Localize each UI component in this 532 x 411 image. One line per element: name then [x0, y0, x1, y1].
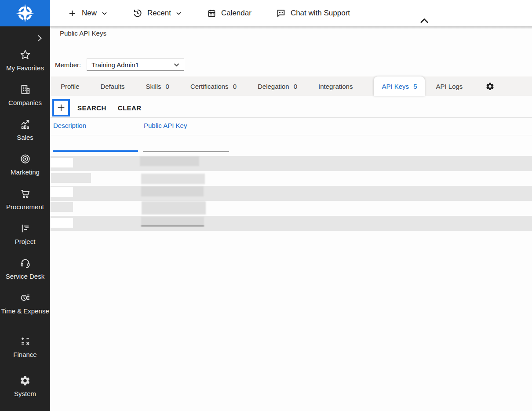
- sidebar-item-label: Service Desk: [6, 272, 44, 281]
- recent-menu-button[interactable]: Recent: [133, 8, 182, 18]
- new-menu-button[interactable]: New: [68, 9, 108, 18]
- sidebar-item-label: System: [14, 389, 36, 398]
- tab-count: 0: [233, 83, 237, 90]
- sidebar-item-label: Finance: [13, 350, 36, 359]
- menu-label: Chat with Support: [291, 9, 350, 18]
- sidebar-item-service-desk[interactable]: Service Desk: [0, 257, 50, 291]
- target-icon: [19, 153, 31, 165]
- sidebar-item-time-expense[interactable]: Time & Expense: [0, 291, 50, 335]
- chevron-down-icon: [173, 61, 180, 69]
- tab-count: 0: [294, 83, 297, 90]
- chevron-up-icon[interactable]: [419, 17, 430, 25]
- tab-defaults[interactable]: Defaults: [101, 83, 125, 90]
- sidebar-item-marketing[interactable]: Marketing: [0, 153, 50, 187]
- cart-icon: [19, 188, 31, 200]
- sidebar-item-project[interactable]: Project: [0, 222, 50, 257]
- gear-icon[interactable]: [485, 82, 495, 91]
- member-select[interactable]: Training Admin1: [87, 58, 184, 71]
- column-header-public-api-key[interactable]: Public API Key: [144, 122, 187, 129]
- chat-with-support-button[interactable]: Chat with Support: [276, 8, 350, 18]
- chevron-down-icon: [175, 10, 182, 17]
- sidebar-item-my-favorites[interactable]: My Favorites: [0, 48, 50, 83]
- compass-icon: [15, 3, 35, 23]
- top-bar: New Recent: [0, 0, 532, 26]
- tab-label: API Keys: [382, 83, 409, 90]
- calendar-icon: [207, 9, 216, 18]
- gear-icon: [19, 375, 31, 386]
- member-row: Member: Training Admin1: [55, 58, 184, 71]
- column-header-description[interactable]: Description: [53, 122, 86, 129]
- tab-bar: Profile Defaults Skills0 Certifications0…: [50, 76, 532, 96]
- tab-label: Certifications: [190, 83, 229, 90]
- buildings-icon: [19, 84, 31, 95]
- redacted-api-key-cell: [141, 174, 205, 184]
- redacted-api-key-cell: [141, 186, 204, 196]
- tab-profile[interactable]: Profile: [61, 83, 80, 90]
- tab-api-keys[interactable]: API Keys5: [374, 76, 425, 96]
- sidebar-item-label: Sales: [17, 133, 33, 142]
- tab-skills[interactable]: Skills0: [146, 83, 169, 90]
- connectwise-logo[interactable]: [0, 0, 50, 26]
- sidebar-item-label: Procurement: [6, 203, 44, 211]
- redacted-description-cell: [51, 173, 91, 183]
- time-expense-icon: [19, 292, 31, 304]
- chevron-right-icon[interactable]: [35, 33, 44, 44]
- main-content: Public API Keys Member: Training Admin1 …: [50, 26, 532, 411]
- redacted-api-key-cell: [141, 217, 204, 226]
- tab-label: Integrations: [318, 83, 353, 90]
- redacted-api-key-cell: [142, 201, 206, 215]
- search-button[interactable]: SEARCH: [77, 104, 106, 112]
- menu-label: Calendar: [221, 9, 251, 18]
- description-filter-input[interactable]: [53, 139, 138, 152]
- plus-icon: [68, 9, 77, 18]
- add-api-key-button[interactable]: [52, 99, 70, 116]
- menu-label: New: [82, 9, 97, 18]
- tab-label: Defaults: [101, 83, 125, 90]
- tab-label: API Logs: [436, 83, 463, 90]
- table-row[interactable]: [50, 186, 532, 201]
- sidebar-item-label: Companies: [8, 98, 42, 107]
- table-row[interactable]: [50, 171, 532, 186]
- tab-api-logs[interactable]: API Logs: [436, 83, 463, 90]
- chat-icon: [276, 8, 286, 18]
- sidebar-item-label: Time & Expense: [1, 307, 49, 316]
- sidebar-item-label: Project: [15, 237, 36, 246]
- menu-label: Recent: [147, 9, 171, 18]
- tab-label: Profile: [61, 83, 80, 90]
- finance-math-icon: [19, 335, 31, 347]
- table-row[interactable]: [50, 201, 532, 216]
- table-body: [50, 156, 532, 231]
- table-toolbar: SEARCH CLEAR: [52, 99, 141, 116]
- sidebar-item-label: My Favorites: [6, 64, 44, 73]
- header-divider: [50, 135, 532, 135]
- clear-button[interactable]: CLEAR: [118, 104, 142, 112]
- public-api-key-filter-input[interactable]: [143, 139, 229, 152]
- history-icon: [133, 8, 142, 18]
- headset-icon: [19, 257, 31, 269]
- tab-count: 5: [413, 83, 417, 90]
- table-header: Description Public API Key: [50, 120, 532, 135]
- sidebar-item-finance[interactable]: Finance: [0, 335, 50, 370]
- tab-certifications[interactable]: Certifications0: [190, 83, 237, 90]
- sidebar-item-system[interactable]: System: [0, 374, 50, 409]
- member-select-value: Training Admin1: [91, 61, 139, 69]
- sidebar-item-procurement[interactable]: Procurement: [0, 187, 50, 222]
- star-icon: [19, 49, 31, 61]
- table-row[interactable]: [50, 156, 532, 171]
- sidebar-item-label: Marketing: [11, 168, 40, 177]
- redacted-description-cell: [51, 218, 73, 228]
- toolbar-divider: [50, 117, 532, 118]
- calendar-menu-button[interactable]: Calendar: [207, 9, 251, 18]
- top-menu: New Recent: [68, 8, 375, 18]
- table-row[interactable]: [50, 216, 532, 231]
- project-list-icon: [19, 222, 31, 234]
- sidebar-item-companies[interactable]: Companies: [0, 83, 50, 118]
- redacted-description-cell: [50, 202, 73, 212]
- tab-delegation[interactable]: Delegation0: [258, 83, 297, 90]
- tab-integrations[interactable]: Integrations: [318, 83, 353, 90]
- chevron-down-icon: [101, 10, 108, 17]
- tab-count: 0: [166, 83, 169, 90]
- sales-chart-icon: [19, 118, 31, 130]
- redacted-api-key-cell: [140, 156, 199, 166]
- sidebar-item-sales[interactable]: Sales: [0, 118, 50, 153]
